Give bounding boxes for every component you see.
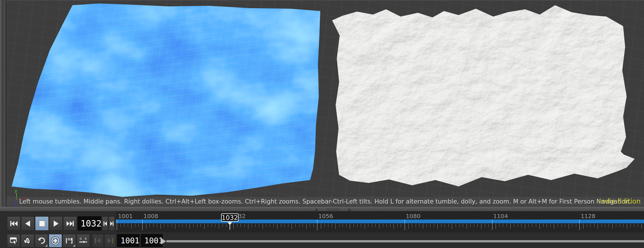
dropdown-corner-icon: [45, 244, 48, 247]
timeline-bar[interactable]: [116, 220, 644, 223]
previous-keyframe-button[interactable]: [92, 234, 104, 247]
timeline-tick: [335, 224, 336, 229]
timeline-tick: [317, 220, 317, 230]
timeline-tick: [361, 224, 361, 227]
timeline-tick: [590, 224, 591, 227]
timeline-tick: [558, 224, 558, 227]
timeline-tick: [365, 224, 365, 229]
timeline-tick: [576, 224, 576, 227]
jump-to-start-button[interactable]: [7, 216, 21, 231]
timeline-tick: [219, 224, 219, 229]
timeline-tick: [153, 224, 154, 227]
timeline-tick: [277, 224, 277, 229]
timeline-tick: [408, 224, 409, 229]
reset-playback-button[interactable]: [35, 234, 48, 247]
timeline-tick: [598, 224, 598, 229]
timeline-tick: [623, 224, 623, 227]
stop-button[interactable]: [35, 216, 49, 231]
timeline-tick: [579, 220, 580, 230]
step-forward-one-frame-button[interactable]: [109, 216, 115, 231]
timeline-tick: [263, 224, 263, 229]
timeline-tick: [142, 220, 143, 230]
timeline-tick: [503, 224, 503, 227]
timeline-tick: [135, 224, 135, 227]
audio-options-button[interactable]: [21, 234, 34, 247]
timeline-tick: [324, 224, 325, 227]
scene-viewport[interactable]: y X z Left mouse tumbles. Middle pans. R…: [6, 0, 644, 207]
timeline-tick: [332, 224, 332, 227]
timeline-frame-label: 1056: [318, 213, 333, 220]
play-reverse-button[interactable]: [21, 216, 34, 231]
timeline-tick: [266, 224, 266, 227]
timeline[interactable]: 1001100810321056108011041128 1032: [116, 211, 644, 232]
speaker-icon: [23, 236, 32, 245]
timeline-tick: [354, 224, 354, 227]
timeline-tick: [186, 224, 186, 227]
dropdown-corner-icon: [73, 244, 75, 247]
range-slider-handle[interactable]: [161, 238, 166, 245]
timeline-tick: [423, 224, 423, 229]
timeline-frame-label: 1080: [406, 213, 421, 220]
timeline-tick: [507, 224, 507, 227]
jump-to-end-button[interactable]: [63, 216, 77, 231]
timeline-tick: [241, 224, 241, 227]
timeline-tick: [477, 224, 478, 227]
timeline-tick: [532, 224, 532, 227]
timeline-tick: [572, 224, 572, 227]
timeline-tick: [485, 224, 485, 227]
timeline-tick: [605, 224, 605, 227]
timeline-tick: [543, 224, 543, 227]
timeline-tick: [157, 224, 157, 227]
timeline-tick: [328, 224, 328, 227]
timeline-tick: [375, 224, 376, 227]
global-animation-options-button[interactable]: [7, 234, 20, 247]
timeline-tick: [164, 224, 164, 227]
timeline-tick: [321, 224, 321, 229]
next-keyframe-button[interactable]: [104, 234, 116, 247]
step-forward-icon: [110, 221, 114, 227]
timeline-tick: [306, 224, 307, 229]
real-time-playback-button[interactable]: [49, 234, 62, 247]
timeline-tick: [496, 224, 496, 229]
range-start-field[interactable]: 1001: [117, 234, 139, 247]
houdini-window: y X z Left mouse tumbles. Middle pans. R…: [0, 0, 644, 248]
timeline-tick: [182, 224, 183, 227]
playbar-transport-row: 1032 1001100810321056108011041128 1032: [0, 211, 644, 232]
timeline-tick: [204, 224, 205, 229]
timeline-tick: [641, 224, 642, 229]
play-reverse-icon: [24, 220, 32, 227]
stop-icon: [38, 220, 46, 228]
timeline-tick: [237, 224, 237, 227]
tick-marks-icon: [65, 237, 74, 245]
timeline-tick: [474, 224, 474, 227]
timeline-tick: [161, 224, 161, 229]
timeline-tick: [594, 224, 594, 227]
timeline-tick: [295, 224, 296, 227]
timeline-tick: [554, 224, 554, 229]
animation-options-icon: [9, 236, 18, 245]
splitter-grip[interactable]: [326, 208, 339, 211]
range-slider-track[interactable]: [166, 240, 644, 242]
playbar-display-options-button[interactable]: [63, 234, 76, 247]
timeline-tick: [150, 224, 150, 227]
timeline-tick: [379, 224, 379, 229]
current-frame-marker-tail-icon: [228, 222, 232, 225]
timeline-tick: [259, 224, 259, 227]
timeline-tick: [521, 224, 521, 227]
clock-icon: [51, 236, 60, 245]
current-frame-field[interactable]: 1032: [78, 216, 101, 231]
pane-splitter[interactable]: [0, 207, 644, 211]
range-end-field[interactable]: 1001: [141, 234, 163, 247]
timeline-tick: [488, 224, 489, 227]
splitter-expand-up-icon[interactable]: [348, 209, 351, 211]
splitter-expand-up-icon[interactable]: [315, 209, 318, 211]
timeline-tick: [463, 224, 463, 227]
play-forward-button[interactable]: [49, 216, 63, 231]
current-frame-marker-label[interactable]: 1032: [221, 213, 239, 222]
edition-badge: Indie Edition: [599, 197, 641, 206]
timeline-tick: [627, 224, 627, 229]
step-back-one-frame-button[interactable]: [102, 216, 108, 231]
timeline-tick: [441, 224, 441, 227]
timeline-tick: [638, 224, 638, 227]
scrub-options-button[interactable]: [77, 234, 90, 247]
